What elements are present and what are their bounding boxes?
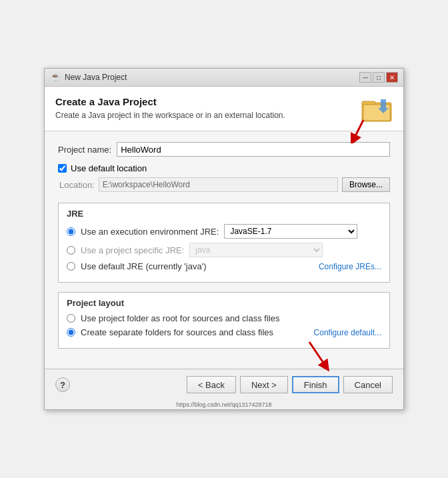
configure-default-link[interactable]: Configure default... [314,328,381,337]
next-button[interactable]: Next > [240,376,288,393]
project-name-input[interactable] [117,142,390,157]
jre-option2-radio[interactable] [67,246,75,255]
project-layout-group: Project layout Use project folder as roo… [58,292,390,349]
cancel-button[interactable]: Cancel [343,376,393,393]
location-row: Location: Browse... [59,177,390,192]
jre-option1-label: Use an execution environment JRE: [81,227,219,237]
jre-option2-row: Use a project specific JRE: java [67,243,381,257]
red-arrow-finish-icon [303,339,339,372]
location-label: Location: [59,180,95,190]
java-icon: ☕ [50,72,61,83]
svg-line-5 [353,120,363,140]
jre-option2-select[interactable]: java [189,243,323,257]
svg-rect-1 [362,101,375,105]
close-button[interactable]: ✕ [386,72,398,83]
dialog-content: Project name: Use default location [45,131,403,369]
use-default-location-row: Use default location [58,163,390,173]
header-description: Create a Java project in the workspace o… [55,111,285,120]
watermark: https://blog.csdn.net/qq1317428718 [45,400,403,409]
header-text: Create a Java Project Create a Java proj… [55,96,285,120]
project-name-wrapper [117,142,390,157]
jre-option3-row: Use default JRE (currently 'java') Confi… [67,261,381,271]
layout-option1-label: Use project folder as root for sources a… [81,313,279,323]
header-title: Create a Java Project [55,96,285,107]
titlebar-left: ☕ New Java Project [50,72,127,83]
browse-button[interactable]: Browse... [342,177,390,192]
titlebar-title: New Java Project [65,73,127,82]
jre-option2-label: Use a project specific JRE: [81,245,184,255]
back-button[interactable]: < Back [187,376,236,393]
footer-buttons: < Back Next > Finish Cancel [187,376,393,393]
layout-option2-row: Create separate folders for sources and … [67,327,381,337]
dialog-footer: ? < Back Next > Finish Cancel [45,369,403,400]
project-layout-title: Project layout [67,298,381,308]
titlebar-controls: ─ □ ✕ [359,72,398,83]
location-input[interactable] [99,177,338,192]
layout-option2-radio[interactable] [67,328,75,337]
configure-jres-link[interactable]: Configure JREs... [319,262,381,271]
help-button[interactable]: ? [55,377,70,392]
finish-button[interactable]: Finish [292,376,339,393]
layout-option2-label: Create separate folders for sources and … [81,327,273,337]
use-default-location-checkbox[interactable] [58,164,67,173]
jre-group-title: JRE [67,209,381,219]
minimize-button[interactable]: ─ [359,72,371,83]
jre-option3-radio[interactable] [67,262,75,271]
layout-option1-radio[interactable] [67,314,75,323]
jre-option1-select[interactable]: JavaSE-1.7 JavaSE-1.8 JavaSE-11 [224,224,357,239]
project-name-label: Project name: [58,145,111,155]
maximize-button[interactable]: □ [373,72,385,83]
titlebar: ☕ New Java Project ─ □ ✕ [45,69,403,87]
jre-option1-row: Use an execution environment JRE: JavaSE… [67,224,381,239]
jre-option1-radio[interactable] [67,227,75,236]
jre-option3-label: Use default JRE (currently 'java') [81,261,206,271]
new-java-project-dialog: ☕ New Java Project ─ □ ✕ Create a Java P… [44,68,404,410]
svg-line-7 [309,342,326,367]
project-name-row: Project name: [58,142,390,157]
red-arrow-name-icon [337,117,370,143]
jre-group: JRE Use an execution environment JRE: Ja… [58,203,390,283]
use-default-location-label: Use default location [71,163,147,173]
layout-option1-row: Use project folder as root for sources a… [67,313,381,323]
footer-left: ? [55,377,70,392]
